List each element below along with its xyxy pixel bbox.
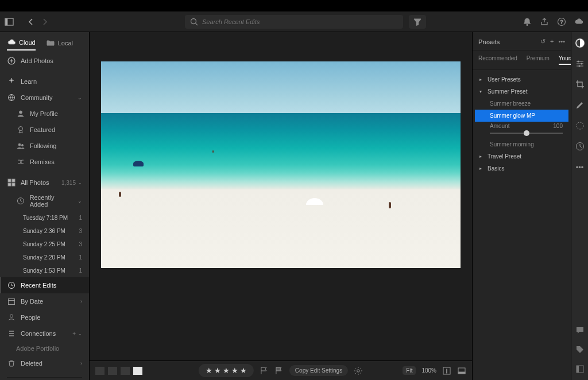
photo-viewport[interactable] xyxy=(101,61,461,291)
filter-button[interactable] xyxy=(409,15,426,29)
copy-edit-settings-button[interactable]: Copy Edit Settings xyxy=(289,365,348,376)
group-user-presets[interactable]: ▸User Presets xyxy=(475,73,568,86)
calendar-icon xyxy=(7,297,16,306)
sidebar-adobe-portfolio[interactable]: Adobe Portfolio xyxy=(0,342,89,355)
tab-premium[interactable]: Premium xyxy=(527,55,550,65)
comment-icon[interactable] xyxy=(575,325,585,335)
plus-icon[interactable]: + xyxy=(72,331,76,337)
tab-cloud[interactable]: Cloud xyxy=(7,38,36,51)
svg-rect-19 xyxy=(9,299,15,305)
forward-button[interactable] xyxy=(40,17,49,26)
search-input[interactable] xyxy=(202,18,399,25)
flag-reject-icon[interactable] xyxy=(274,366,284,375)
star-rating[interactable]: ★ ★ ★ ★ ★ xyxy=(199,364,254,377)
presets-reset-icon[interactable]: ↺ xyxy=(540,38,546,45)
star-icon[interactable]: ★ xyxy=(240,366,247,375)
sidebar-connections[interactable]: Connections + ⌄ xyxy=(0,325,89,342)
filmstrip-toggle-icon[interactable] xyxy=(457,366,466,375)
star-icon[interactable]: ★ xyxy=(206,366,212,375)
view-mode-buttons xyxy=(95,367,142,375)
recent-item[interactable]: Sunday 2:36 PM3 xyxy=(0,224,89,238)
sidebar-people[interactable]: People xyxy=(0,309,89,325)
cloud-icon xyxy=(7,38,16,47)
sliders-tool-icon[interactable] xyxy=(575,59,585,69)
back-button[interactable] xyxy=(26,17,36,26)
chevron-right-icon: ▸ xyxy=(479,77,484,82)
notifications-icon[interactable] xyxy=(523,17,532,26)
sidebar-remixes[interactable]: Remixes xyxy=(0,154,89,170)
search-bar[interactable] xyxy=(185,15,403,29)
trash-icon xyxy=(7,359,16,368)
sidebar-all-photos[interactable]: All Photos 1,315⌄ xyxy=(0,175,89,191)
share-icon[interactable] xyxy=(540,17,549,26)
info-icon[interactable]: i xyxy=(442,366,451,375)
svg-point-30 xyxy=(578,65,580,67)
sidebar-recently-added[interactable]: Recently Added ⌄ xyxy=(0,191,89,211)
left-sidebar: Cloud Local Add Photos Learn Community ⌄… xyxy=(0,32,90,380)
chevron-down-icon: ⌄ xyxy=(78,198,82,204)
group-basics[interactable]: ▸Basics xyxy=(475,162,568,175)
recent-item[interactable]: Tuesday 7:18 PM1 xyxy=(0,211,89,224)
preset-summer-morning[interactable]: Summer morning xyxy=(475,138,568,150)
chevron-right-icon: › xyxy=(80,298,82,304)
svg-point-29 xyxy=(581,63,582,65)
flag-pick-icon[interactable] xyxy=(260,366,269,375)
amount-slider[interactable] xyxy=(490,133,563,134)
sidebar-deleted[interactable]: Deleted › xyxy=(0,355,89,371)
versions-tool-icon[interactable] xyxy=(575,141,585,152)
chevron-down-icon: ⌄ xyxy=(78,95,82,100)
view-grid-small[interactable] xyxy=(95,367,105,375)
more-tool-icon[interactable]: ••• xyxy=(575,162,585,172)
presets-add-icon[interactable]: + xyxy=(550,38,554,45)
preset-summer-glow[interactable]: Summer glow MP xyxy=(475,110,568,122)
users-icon xyxy=(16,141,25,150)
zoom-level[interactable]: 100% xyxy=(421,367,436,374)
crop-tool-icon[interactable] xyxy=(575,79,585,90)
recent-item[interactable]: Sunday 2:25 PM3 xyxy=(0,238,89,251)
learn-label: Learn xyxy=(21,78,37,85)
help-icon[interactable]: ? xyxy=(557,17,566,26)
presets-more-icon[interactable]: ••• xyxy=(558,38,565,45)
group-travel-preset[interactable]: ▸Travel Preset xyxy=(475,150,568,162)
edit-tool-icon[interactable] xyxy=(575,38,585,48)
tab-local[interactable]: Local xyxy=(46,38,73,48)
add-photos-button[interactable]: Add Photos xyxy=(0,53,89,69)
sidebar-following[interactable]: Following xyxy=(0,138,89,154)
svg-point-11 xyxy=(18,144,21,146)
gear-icon[interactable] xyxy=(354,366,363,375)
clock-icon xyxy=(16,196,25,205)
people-label: People xyxy=(21,314,40,321)
view-grid-large[interactable] xyxy=(108,367,117,375)
recently-added-label: Recently Added xyxy=(30,194,73,208)
filmstrip-bar: ★ ★ ★ ★ ★ Copy Edit Settings Fit 100% i xyxy=(90,360,472,380)
fit-button[interactable]: Fit xyxy=(403,366,416,375)
tab-local-label: Local xyxy=(58,40,73,46)
preset-summer-breeze[interactable]: Summer breeze xyxy=(475,98,568,110)
svg-rect-26 xyxy=(458,372,465,374)
adobe-portfolio-label: Adobe Portfolio xyxy=(16,345,59,352)
sidebar-my-profile[interactable]: My Profile xyxy=(0,106,89,122)
group-summer-preset[interactable]: ▾Summer Preset xyxy=(475,86,568,98)
healing-tool-icon[interactable] xyxy=(575,100,585,110)
cloud-sync-icon[interactable] xyxy=(574,17,583,26)
recent-item[interactable]: Sunday 1:53 PM1 xyxy=(0,264,89,277)
view-compare[interactable] xyxy=(121,367,130,375)
star-icon[interactable]: ★ xyxy=(231,366,238,375)
svg-point-31 xyxy=(577,122,583,129)
activity-icon[interactable] xyxy=(575,364,585,374)
remix-icon xyxy=(16,157,25,166)
home-panel-icon[interactable] xyxy=(5,17,14,26)
recent-item[interactable]: Sunday 2:20 PM1 xyxy=(0,251,89,264)
star-icon[interactable]: ★ xyxy=(223,366,230,375)
star-icon[interactable]: ★ xyxy=(214,366,221,375)
tag-icon[interactable] xyxy=(575,344,585,355)
view-detail[interactable] xyxy=(133,367,142,375)
sidebar-learn[interactable]: Learn xyxy=(0,73,89,90)
all-photos-count: 1,315 xyxy=(61,180,76,186)
tab-recommended[interactable]: Recommended xyxy=(478,55,517,65)
sidebar-recent-edits[interactable]: Recent Edits xyxy=(0,277,89,293)
masking-tool-icon[interactable] xyxy=(575,121,585,131)
sidebar-featured[interactable]: Featured xyxy=(0,122,89,138)
sidebar-by-date[interactable]: By Date › xyxy=(0,293,89,309)
sidebar-community[interactable]: Community ⌄ xyxy=(0,90,89,106)
